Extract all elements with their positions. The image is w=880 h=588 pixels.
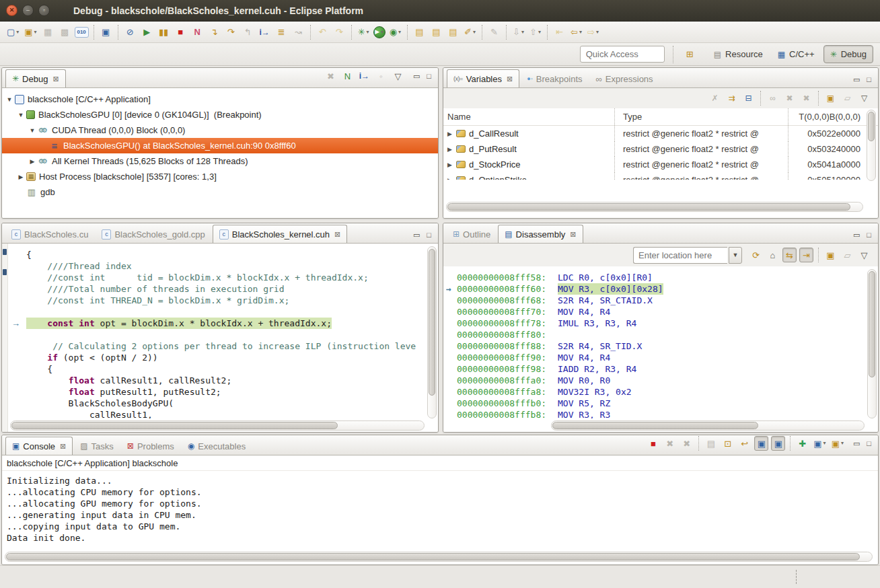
open-resource-button[interactable]: ▤	[446, 25, 460, 40]
horizontal-scrollbar[interactable]	[446, 202, 863, 212]
new-view-button[interactable]: ▣	[823, 248, 838, 262]
minimize-view-icon[interactable]: ▭	[413, 73, 420, 80]
scrollbar-thumb[interactable]	[11, 422, 338, 429]
minimize-view-icon[interactable]: ▭	[853, 231, 860, 239]
minimize-view-icon[interactable]: ▭	[853, 440, 860, 447]
tab-blackscholes-kernel-cuh[interactable]: BlackScholes_kernel.cuh⊠	[213, 225, 347, 243]
resume-button[interactable]: ▶	[140, 25, 154, 40]
perspective-c-c[interactable]: C/C++	[772, 45, 821, 63]
collapse-all-button[interactable]: ⊟	[741, 91, 756, 106]
track-expression-button[interactable]: ⇥	[799, 248, 813, 262]
vertical-scrollbar[interactable]	[867, 269, 877, 418]
maximize-view-icon[interactable]: □	[867, 76, 871, 83]
debug-tree-item[interactable]: ▼BlackScholesGPU [0] [device 0 (GK104GL)…	[2, 107, 438, 122]
chevron-down-icon[interactable]: ▾	[398, 30, 401, 35]
new-wizard-button[interactable]: ▢▾	[5, 25, 20, 40]
table-row[interactable]: ▶d_PutResultrestrict @generic float2 * r…	[443, 141, 878, 157]
toggle-highlight-button[interactable]: ✎	[487, 25, 501, 40]
home-button[interactable]: ⌂	[766, 248, 780, 262]
horizontal-scrollbar[interactable]	[5, 552, 873, 562]
maximize-view-icon[interactable]: □	[867, 231, 871, 239]
perspective-resource[interactable]: Resource	[708, 45, 769, 63]
show-logical-structure-button[interactable]: ⇉	[725, 91, 739, 106]
close-icon[interactable]: ⊠	[52, 75, 59, 83]
step-return-button[interactable]: ↰	[241, 25, 255, 40]
show-type-names-button[interactable]: ✗	[708, 91, 722, 106]
maximize-view-icon[interactable]: □	[427, 73, 431, 80]
view-menu-button[interactable]: ▽	[857, 91, 871, 106]
debug-tree-item[interactable]: ▶Host Process [blackschole] [5357] [core…	[2, 169, 438, 184]
chevron-down-icon[interactable]: ▾	[841, 441, 844, 446]
save-button[interactable]: ▦	[41, 25, 55, 40]
show-console-on-output-button[interactable]: ▣	[754, 436, 768, 451]
last-edit-location-button[interactable]: ⇤	[552, 25, 566, 40]
pin-debug-context-button[interactable]: ◦	[374, 69, 388, 83]
run-button[interactable]: ▶▾	[373, 26, 386, 38]
next-annotation-button[interactable]: ⇩▾	[511, 25, 525, 40]
code-editor[interactable]: { ////Thread index //const int tid = blo…	[2, 244, 438, 432]
open-task-button[interactable]: ▤	[412, 25, 427, 40]
open-perspective-button[interactable]: ⊞	[683, 47, 697, 62]
remove-all-terminated-button[interactable]: ✖	[324, 69, 338, 83]
undo-button[interactable]: ↶	[316, 25, 330, 40]
window-minimize-button[interactable]: –	[22, 5, 34, 16]
debug-tree-item[interactable]: ▼CUDA Thread (0,0,0) Block (0,0,0)	[2, 122, 438, 138]
tab-expressions[interactable]: Expressions	[590, 70, 659, 87]
new-rendering-button[interactable]: ▣	[823, 91, 838, 106]
step-over-button[interactable]: ↷	[224, 25, 238, 40]
scrollbar-thumb[interactable]	[868, 112, 875, 141]
external-tools-button[interactable]: ◉▾	[388, 25, 402, 40]
close-icon[interactable]: ⊠	[60, 442, 66, 451]
scrollbar-thumb[interactable]	[869, 271, 875, 377]
chevron-down-icon[interactable]: ▾	[367, 30, 369, 35]
close-icon[interactable]: ⊠	[570, 230, 576, 239]
tab-breakpoints[interactable]: Breakpoints	[521, 70, 588, 87]
remove-launch-button[interactable]: ✖	[663, 436, 677, 451]
expand-icon[interactable]: ▶	[28, 158, 37, 165]
collapse-icon[interactable]: ▼	[16, 112, 26, 118]
tab-console[interactable]: Console⊠	[5, 437, 73, 455]
debug-tree-item[interactable]: ▶All Kernel Threads (15,625 Blocks of 12…	[2, 153, 438, 169]
new-cpp-project-button[interactable]: ▣▾	[23, 25, 38, 40]
open-console-button[interactable]: ▣▾	[830, 436, 845, 451]
chevron-down-icon[interactable]: ▾	[596, 30, 599, 35]
expand-icon[interactable]: ▶	[447, 146, 455, 153]
console-output[interactable]: Initializing data......allocating CPU me…	[2, 471, 878, 564]
tab-outline[interactable]: Outline	[447, 225, 497, 243]
vertical-scrollbar[interactable]	[427, 246, 437, 418]
chevron-down-icon[interactable]: ▾	[579, 30, 582, 35]
close-icon[interactable]: ⊠	[507, 75, 513, 83]
drop-to-frame-button[interactable]: ≣	[274, 25, 289, 40]
tab-disassembly[interactable]: Disassembly⊠	[498, 225, 583, 243]
column-header-type[interactable]: Type	[615, 108, 789, 125]
refresh-view-button[interactable]: ⟳	[749, 248, 763, 262]
table-row[interactable]: ▶d_OptionStrikerestrict @generic float2 …	[443, 172, 878, 180]
step-into-button[interactable]: ↴	[207, 25, 221, 40]
instruction-stepping-mode-button[interactable]: i→	[357, 69, 371, 83]
expand-icon[interactable]: ▶	[447, 177, 455, 180]
tab-executables[interactable]: Executables	[182, 437, 252, 455]
expand-icon[interactable]: ▶	[447, 131, 455, 137]
perspective-debug[interactable]: Debug	[823, 45, 873, 63]
watch-expression-button[interactable]: ∞	[766, 91, 780, 106]
collapse-icon[interactable]: ▼	[5, 96, 14, 103]
window-maximize-button[interactable]: ▫	[38, 5, 50, 16]
redo-button[interactable]: ↷	[332, 25, 346, 40]
location-dropdown-button[interactable]: ▼	[729, 247, 742, 264]
column-header-name[interactable]: Name	[443, 108, 615, 125]
tab-blackscholes-gold-cpp[interactable]: BlackScholes_gold.cpp	[96, 225, 211, 243]
activate-task-button[interactable]: ▤	[429, 25, 443, 40]
edit-value-button[interactable]: ▱	[840, 91, 854, 106]
scroll-lock-button[interactable]: ⊡	[721, 436, 735, 451]
tab-debug[interactable]: Debug⊠	[5, 69, 66, 87]
maximize-view-icon[interactable]: □	[427, 231, 431, 239]
suspend-button[interactable]: ▮▮	[157, 25, 171, 40]
tab-blackscholes-cu[interactable]: BlackScholes.cu	[5, 225, 94, 243]
chevron-down-icon[interactable]: ▾	[823, 441, 826, 446]
word-wrap-button[interactable]: ↩	[737, 436, 751, 451]
terminate-button[interactable]: ■	[174, 25, 188, 40]
quick-access-input[interactable]	[580, 46, 665, 63]
tab-tasks[interactable]: Tasks	[74, 437, 120, 455]
chevron-down-icon[interactable]: ▾	[34, 30, 37, 35]
expand-icon[interactable]: ▶	[16, 174, 26, 180]
